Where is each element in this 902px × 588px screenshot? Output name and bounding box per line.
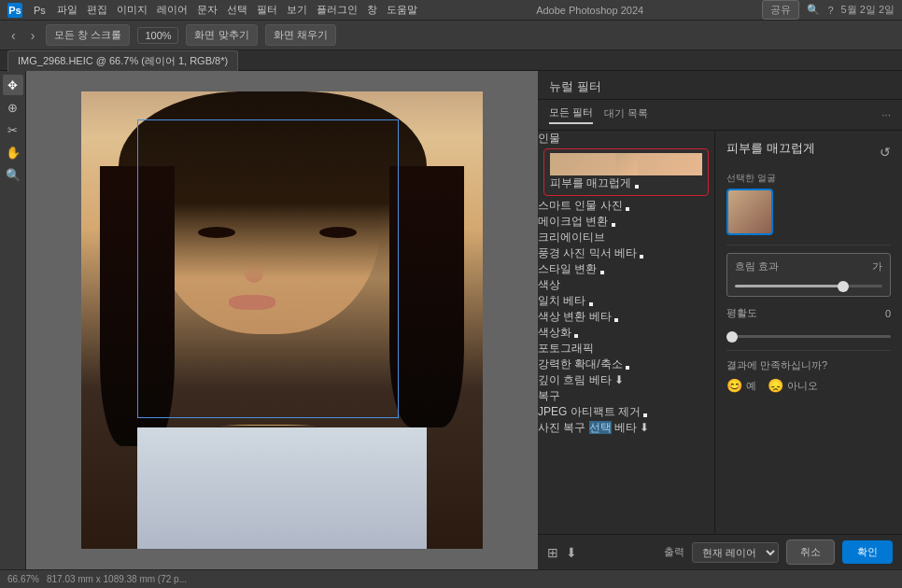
- restore-badge: 베타: [614, 421, 637, 434]
- options-toolbar: ‹ › 모든 창 스크롤 화면 맞추기 화면 채우기: [0, 21, 902, 50]
- skin-smooth-label: 피부를 매끄럽게: [550, 176, 631, 189]
- depth-blur-badge: 베타: [589, 373, 612, 386]
- move-tool[interactable]: ✥: [3, 75, 23, 95]
- colorize2-label: 색상화: [538, 326, 571, 339]
- menu-select[interactable]: 선택: [227, 3, 247, 17]
- colorize2-toggle[interactable]: [574, 334, 578, 338]
- menu-help[interactable]: 도움말: [387, 3, 417, 17]
- more-options-icon[interactable]: ···: [881, 108, 891, 121]
- depth-blur-download-icon[interactable]: ⬇: [614, 373, 624, 386]
- cancel-button[interactable]: 취소: [786, 539, 835, 565]
- app-name-label: Ps: [34, 5, 46, 16]
- tab-waiting[interactable]: 대기 목록: [604, 106, 648, 123]
- filter-item-landscape[interactable]: 풍경 사진 믹서 베타: [538, 245, 714, 261]
- filter-item-makeup[interactable]: 메이크업 변환: [538, 214, 714, 230]
- output-label: 출력: [664, 545, 684, 559]
- jpeg-toggle[interactable]: [643, 413, 647, 417]
- menu-edit[interactable]: 편집: [87, 3, 107, 17]
- filter-item-colorize2[interactable]: 색상화: [538, 325, 714, 341]
- smoothness-slider[interactable]: [726, 335, 891, 338]
- filter-item-photo-restore[interactable]: 사진 복구 선택 베타 ⬇: [538, 420, 714, 436]
- filter-item-zoom[interactable]: 강력한 확대/축소: [538, 357, 714, 372]
- menu-window[interactable]: 창: [367, 3, 377, 17]
- jpeg-label: JPEG 아티팩트 제거: [538, 405, 641, 418]
- landscape-label: 풍경 사진 믹서: [538, 246, 612, 259]
- ok-button[interactable]: 확인: [842, 540, 893, 564]
- settings-panel: 피부를 매끄럽게 ↺ 선택한 얼굴 흐림 효과 가: [715, 131, 902, 534]
- layers-icon[interactable]: ⊞: [547, 545, 558, 560]
- zoom-label: 강력한 확대/축소: [538, 357, 623, 371]
- reset-icon[interactable]: ↺: [880, 145, 891, 160]
- no-button[interactable]: 😞 아니오: [768, 378, 818, 393]
- search-icon[interactable]: 🔍: [807, 4, 820, 16]
- yes-label: 예: [746, 379, 756, 393]
- nav-back-button[interactable]: ‹: [7, 28, 20, 43]
- filter-item-smart-portrait[interactable]: 스마트 인물 사진: [538, 198, 714, 214]
- filter-item-depth-blur[interactable]: 깊이 흐림 베타 ⬇: [538, 372, 714, 388]
- menu-layer[interactable]: 레이어: [157, 3, 188, 17]
- smart-portrait-toggle[interactable]: [626, 207, 629, 211]
- landscape-toggle[interactable]: [640, 255, 643, 259]
- menu-text[interactable]: 문자: [197, 3, 218, 17]
- filter-item-color-transfer[interactable]: 색상 변환 베타: [538, 309, 714, 325]
- output-select[interactable]: 현재 레이어: [692, 542, 779, 563]
- smoothness-row: 평활도 0: [726, 306, 891, 320]
- filter-item-jpeg[interactable]: JPEG 아티팩트 제거: [538, 404, 714, 420]
- zoom-input[interactable]: [137, 27, 178, 44]
- section-creative-label: 크리에이티브: [538, 230, 714, 245]
- settings-title: 피부를 매끄럽게: [726, 140, 815, 157]
- depth-blur-label: 깊이 흐림: [538, 373, 585, 386]
- right-icons: 공유 🔍 ? 5월 2일 2일: [762, 0, 895, 20]
- color-transfer-badge: 베타: [589, 310, 612, 323]
- help-icon[interactable]: ?: [827, 5, 833, 16]
- section-restore-label: 복구: [538, 388, 714, 404]
- fit-screen-button[interactable]: 화면 맞추기: [186, 24, 257, 46]
- right-top: 인물 피부를 매끄럽게 스마트 인물 사진 메이크업 변환: [538, 131, 902, 534]
- document-tab[interactable]: IMG_2968.HEIC @ 66.7% (레이어 1, RGB/8*): [7, 50, 238, 71]
- menu-file[interactable]: 파일: [57, 3, 78, 17]
- restore-download-icon[interactable]: ⬇: [640, 421, 649, 434]
- photo-canvas: [81, 91, 483, 549]
- menu-bar: Ps Ps 파일 편집 이미지 레이어 문자 선택 필터 보기 플러그인 창 도…: [0, 0, 902, 21]
- menu-view[interactable]: 보기: [287, 3, 307, 17]
- menu-image[interactable]: 이미지: [117, 3, 148, 17]
- neural-filter-panel: 뉴럴 필터 모든 필터 대기 목록 ··· 인물 피부를 매끄럽게: [538, 71, 902, 569]
- hand-tool[interactable]: ✋: [3, 142, 23, 162]
- document-tab-bar: IMG_2968.HEIC @ 66.7% (레이어 1, RGB/8*): [0, 50, 902, 71]
- makeup-toggle[interactable]: [612, 223, 615, 227]
- tab-all-filters[interactable]: 모든 필터: [549, 105, 593, 124]
- filter-item-skin-smooth[interactable]: 피부를 매끄럽게: [543, 148, 709, 196]
- panel-title: 뉴럴 필터: [549, 79, 601, 93]
- yes-emoji: 😊: [726, 378, 742, 393]
- skin-smooth-toggle[interactable]: [635, 185, 639, 189]
- crop-tool[interactable]: ✂: [3, 119, 23, 140]
- smoothness-label: 평활도: [726, 306, 885, 320]
- blur-effect-slider[interactable]: [735, 285, 882, 287]
- colorize-label: 일치: [538, 294, 560, 307]
- date-label: 5월 2일 2일: [841, 3, 895, 17]
- filter-item-style[interactable]: 스타일 변환: [538, 261, 714, 277]
- filter-tabs: 모든 필터 대기 목록 ···: [538, 100, 902, 131]
- restore-select: 선택: [589, 421, 612, 434]
- filter-item-colorize[interactable]: 일치 베타: [538, 293, 714, 309]
- menu-filter[interactable]: 필터: [257, 3, 277, 17]
- style-toggle[interactable]: [600, 271, 604, 274]
- export-icon[interactable]: ⬇: [566, 545, 577, 560]
- all-windows-scroll-button[interactable]: 모든 창 스크롤: [46, 24, 130, 46]
- share-button[interactable]: 공유: [762, 0, 799, 20]
- panel-header: 뉴럴 필터: [538, 71, 902, 100]
- menu-items: 파일 편집 이미지 레이어 문자 선택 필터 보기 플러그인 창 도움말: [57, 3, 417, 17]
- skin-smooth-icon: [550, 153, 702, 175]
- fill-screen-button[interactable]: 화면 채우기: [265, 24, 336, 46]
- menu-plugin[interactable]: 플러그인: [317, 3, 358, 17]
- zoom-tool[interactable]: 🔍: [3, 164, 23, 185]
- color-transfer-toggle[interactable]: [614, 318, 618, 322]
- app-icon: Ps: [7, 3, 22, 18]
- colorize-toggle[interactable]: [589, 302, 593, 306]
- selected-face-thumbnail[interactable]: [726, 189, 773, 235]
- nav-forward-button[interactable]: ›: [27, 28, 39, 43]
- lasso-tool[interactable]: ⊕: [3, 97, 23, 118]
- yes-button[interactable]: 😊 예: [726, 378, 756, 393]
- zoom-toggle[interactable]: [626, 366, 629, 370]
- smoothness-value: 0: [885, 308, 891, 319]
